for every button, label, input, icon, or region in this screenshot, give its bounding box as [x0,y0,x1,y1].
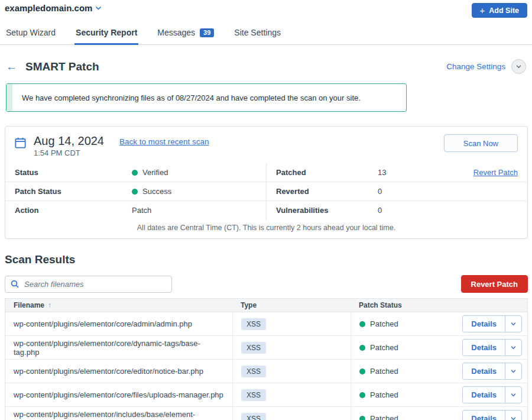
cell-patch-status: Patched Details [351,360,527,383]
type-badge: XSS [241,389,266,401]
table-header: Filename↑ Type Patch Status [5,299,527,312]
messages-count-badge: 39 [200,28,214,37]
stat-label: Status [15,168,132,177]
details-button[interactable]: Details [463,411,505,420]
page-heading-row: ← SMART Patch Change Settings [6,59,526,74]
details-button[interactable]: Details [463,387,505,403]
table-row: wp-content/plugins/elementor/core/dynami… [5,336,527,360]
stat-row-vulnerabilities: Vulnerabilities 0 [267,201,527,219]
scan-now-button[interactable]: Scan Now [444,134,518,152]
stat-row-patched: Patched 13 Revert Patch [267,163,527,182]
revert-patch-link[interactable]: Revert Patch [473,168,518,177]
stat-row-action: Action Patch [5,201,266,219]
search-input[interactable] [5,276,172,293]
stat-value: Verified [142,168,168,177]
status-dot-green [359,345,365,351]
stat-value: Patch [132,206,151,215]
scan-stats-left: Status Verified Patch Status Success Act… [5,163,266,219]
stat-label: Action [15,206,132,215]
scan-date-block: Aug 14, 2024 1:54 PM CDT [34,134,104,157]
scan-time: 1:54 PM CDT [34,148,104,157]
site-selector[interactable]: exampledomain.com [5,3,102,13]
scan-card-header: Aug 14, 2024 1:54 PM CDT Back to most re… [5,127,527,163]
cell-type: XSS [232,360,351,383]
chevron-down-icon [95,4,102,12]
type-badge: XSS [241,413,266,420]
details-button[interactable]: Details [463,363,505,379]
scan-results-table: Filename↑ Type Patch Status wp-content/p… [5,298,528,420]
cell-filename: wp-content/plugins/elementor/core/admin/… [5,312,232,335]
column-header-patch-status[interactable]: Patch Status [351,301,527,309]
tab-messages[interactable]: Messages 39 [156,22,215,45]
settings-expand-button[interactable] [511,59,526,74]
cell-type: XSS [232,312,351,335]
details-split-button: Details [462,363,522,380]
change-settings-link[interactable]: Change Settings [446,62,505,71]
stat-label: Reverted [276,187,378,196]
calendar-icon [14,136,27,152]
tab-security-report[interactable]: Security Report [74,22,138,45]
column-label: Type [241,301,257,309]
details-dropdown-button[interactable] [505,363,521,379]
tab-label: Messages [157,28,195,37]
add-site-button[interactable]: + Add Site [472,3,527,18]
cell-filename: wp-content/plugins/elementor/includes/ba… [5,407,232,420]
tab-label: Setup Wizard [6,28,56,37]
tab-bar: Setup Wizard Security Report Messages 39… [0,22,532,45]
patch-status-label: Patched [370,390,398,399]
type-badge: XSS [241,318,266,330]
page-title: SMART Patch [25,60,99,73]
status-dot-green [359,321,365,327]
scan-date: Aug 14, 2024 [34,134,104,148]
tab-setup-wizard[interactable]: Setup Wizard [5,22,57,45]
stat-row-patch-status: Patch Status Success [5,182,266,201]
details-dropdown-button[interactable] [505,316,521,332]
search-icon [10,279,20,291]
cell-patch-status: Patched Details [351,407,527,420]
back-to-recent-scan-link[interactable]: Back to most recent scan [119,137,209,146]
scan-summary-card: Aug 14, 2024 1:54 PM CDT Back to most re… [5,126,528,239]
stat-value: Success [142,187,171,196]
plus-icon: + [480,6,485,15]
cell-patch-status: Patched Details [351,312,527,335]
details-dropdown-button[interactable] [505,387,521,403]
revert-patch-button[interactable]: Revert Patch [461,275,528,293]
status-dot-green [359,369,365,374]
cell-type: XSS [232,336,351,359]
details-split-button: Details [462,410,522,420]
details-split-button: Details [462,315,522,332]
details-split-button: Details [462,339,522,356]
stat-row-reverted: Reverted 0 [267,182,527,201]
patch-status-label: Patched [370,319,398,328]
status-dot-green [132,170,138,176]
details-dropdown-button[interactable] [505,340,521,356]
details-button[interactable]: Details [463,316,505,332]
stat-value: 0 [378,187,382,196]
details-split-button: Details [462,386,522,403]
tab-label: Site Settings [234,28,281,37]
table-row: wp-content/plugins/elementor/includes/ba… [5,407,527,420]
table-row: wp-content/plugins/elementor/core/editor… [5,360,527,383]
add-site-label: Add Site [489,7,519,15]
column-header-type[interactable]: Type [232,301,351,309]
cell-type: XSS [232,407,351,420]
column-label: Filename [14,301,44,309]
smart-patch-page: exampledomain.com + Add Site Setup Wizar… [0,0,532,420]
patch-status-label: Patched [370,414,398,420]
column-label: Patch Status [359,301,402,309]
cell-patch-status: Patched Details [351,383,527,406]
sort-ascending-icon: ↑ [48,301,51,309]
stat-row-status: Status Verified [5,163,266,182]
banner-message: We have completed synchronizing files as… [7,93,361,102]
patch-status-label: Patched [370,367,398,376]
tab-label: Security Report [76,28,137,37]
tab-site-settings[interactable]: Site Settings [233,22,282,45]
details-button[interactable]: Details [463,340,505,356]
back-arrow-icon[interactable]: ← [6,61,17,72]
site-domain: exampledomain.com [5,3,92,13]
status-dot-green [132,189,138,195]
column-header-filename[interactable]: Filename↑ [5,301,232,309]
scan-results-title: Scan Results [5,253,532,266]
details-dropdown-button[interactable] [505,411,521,420]
type-badge: XSS [241,366,266,377]
